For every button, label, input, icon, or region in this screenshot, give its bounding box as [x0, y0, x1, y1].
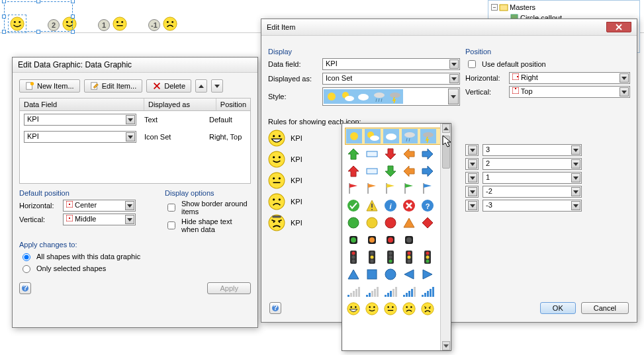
vertical-combo[interactable]: Middle: [63, 214, 136, 225]
table-row[interactable]: KPI Text Default: [20, 111, 250, 128]
selected-shapes-label: Only selected shapes: [36, 264, 106, 272]
dropdown-arrow-icon[interactable]: [571, 173, 580, 182]
cancel-button[interactable]: Cancel: [581, 302, 629, 314]
all-shapes-radio[interactable]: [23, 253, 30, 261]
svg-point-32: [374, 93, 385, 98]
svg-point-95: [369, 237, 375, 243]
help-icon: ?: [21, 284, 29, 292]
delete-button[interactable]: Delete: [146, 79, 191, 93]
rule-value-combo[interactable]: -3: [483, 200, 582, 212]
rule-value-combo[interactable]: 2: [483, 158, 582, 170]
help-button[interactable]: ?: [19, 282, 31, 294]
edit-item-button[interactable]: Edit Item...: [84, 79, 143, 93]
dropdown-arrow-icon[interactable]: [468, 145, 477, 155]
iconset-option[interactable]: [345, 180, 448, 196]
svg-point-115: [408, 260, 411, 263]
iconset-option[interactable]: [345, 146, 448, 162]
move-up-button[interactable]: [195, 79, 207, 93]
shape-number[interactable]: -1: [148, 19, 160, 31]
iconset-option[interactable]: [345, 266, 448, 282]
table-row[interactable]: KPI Icon Set Right, Top: [20, 128, 250, 145]
svg-point-99: [406, 237, 412, 243]
triangle-orange-icon: [402, 216, 416, 229]
col-displayed-as[interactable]: Displayed as: [144, 99, 216, 110]
data-field-combo[interactable]: KPI: [322, 58, 460, 70]
rule-op-combo[interactable]: [465, 172, 479, 184]
dropdown-arrow-icon[interactable]: [571, 145, 580, 155]
svg-point-91: [385, 217, 396, 228]
svg-point-73: [423, 132, 434, 138]
iconset-option[interactable]: [345, 301, 448, 317]
rule-op-combo[interactable]: [465, 144, 479, 156]
dropdown-arrow-icon[interactable]: [125, 215, 134, 224]
dropdown-arrow-icon[interactable]: [620, 73, 629, 83]
dropdown-arrow-icon[interactable]: [620, 87, 629, 97]
rule-op-combo[interactable]: [465, 186, 479, 198]
iconset-option[interactable]: [345, 232, 448, 248]
rule-op-combo[interactable]: [465, 200, 479, 212]
show-border-checkbox[interactable]: [167, 204, 175, 212]
scroll-up-arrow[interactable]: [442, 124, 450, 133]
col-data-field[interactable]: Data Field: [20, 99, 144, 110]
rule-value-combo[interactable]: 1: [483, 172, 582, 184]
vertical-combo[interactable]: Top: [509, 86, 630, 98]
dropdown-arrow-icon[interactable]: [126, 115, 135, 124]
dropdown-arrow-icon[interactable]: [126, 132, 135, 141]
help-button[interactable]: ?: [269, 302, 281, 314]
displayed-as-combo[interactable]: Icon Set: [322, 73, 460, 85]
svg-point-52: [273, 221, 275, 223]
dropdown-arrow-icon[interactable]: [571, 201, 580, 210]
style-combo[interactable]: [322, 87, 460, 106]
dropdown-arrow-icon[interactable]: [449, 74, 459, 83]
rule-op-combo[interactable]: [465, 158, 479, 170]
dropdown-arrow-icon[interactable]: [448, 89, 459, 104]
horizontal-combo[interactable]: Right: [509, 72, 630, 84]
question-circle-icon: ?: [421, 199, 434, 212]
iconset-option[interactable]: [345, 128, 448, 145]
new-item-button[interactable]: New Item...: [19, 79, 80, 93]
rule-value-combo[interactable]: -2: [483, 186, 582, 198]
dropdown-arrow-icon[interactable]: [449, 59, 459, 69]
circle-red-icon: [384, 216, 397, 229]
display-options-label: Display options: [165, 189, 251, 197]
dropdown-arrow-icon[interactable]: [468, 201, 477, 210]
hide-text-label: Hide shape text when data: [181, 217, 251, 233]
rule-value-combo[interactable]: 3: [483, 144, 582, 156]
horizontal-combo[interactable]: Center: [63, 200, 136, 212]
dropdown-arrow-icon[interactable]: [468, 187, 477, 196]
use-default-checkbox[interactable]: [468, 60, 476, 68]
rule-label: KPI: [291, 219, 302, 227]
weather-storm-icon: [387, 89, 403, 104]
iconset-option[interactable]: i ?: [345, 198, 448, 214]
row-field-combo[interactable]: KPI: [24, 114, 136, 126]
selected-shapes-radio[interactable]: [23, 265, 30, 273]
diamond-red-icon: [421, 216, 434, 229]
iconset-option[interactable]: [345, 249, 448, 265]
hide-text-checkbox[interactable]: [167, 221, 175, 229]
ok-button[interactable]: OK: [540, 302, 576, 314]
popup-scrollbar[interactable]: [440, 124, 451, 350]
dropdown-arrow-icon[interactable]: [571, 187, 580, 196]
dropdown-arrow-icon[interactable]: [125, 201, 134, 210]
iconset-option[interactable]: [345, 163, 448, 179]
tree-expand-icon[interactable]: −: [491, 4, 498, 11]
close-button[interactable]: [606, 22, 631, 32]
rect-outline-icon: [365, 147, 379, 161]
iconset-dropdown-popup[interactable]: i ?: [342, 123, 451, 351]
col-position[interactable]: Position: [216, 99, 250, 110]
svg-point-152: [373, 306, 375, 308]
shape-number[interactable]: 1: [98, 19, 110, 31]
iconset-option[interactable]: [345, 215, 448, 231]
row-field-combo[interactable]: KPI: [24, 131, 136, 143]
circle-yellow-icon: [365, 216, 379, 229]
scroll-down-arrow[interactable]: [442, 341, 450, 350]
iconset-option[interactable]: [345, 284, 448, 299]
dropdown-arrow-icon[interactable]: [468, 159, 477, 169]
dropdown-arrow-icon[interactable]: [571, 159, 580, 169]
weather-partly-icon: [340, 89, 355, 104]
apply-button[interactable]: Apply: [207, 282, 251, 294]
dropdown-arrow-icon[interactable]: [468, 173, 477, 182]
move-down-button[interactable]: [211, 79, 223, 93]
svg-point-41: [269, 151, 285, 167]
svg-point-50: [279, 198, 281, 200]
